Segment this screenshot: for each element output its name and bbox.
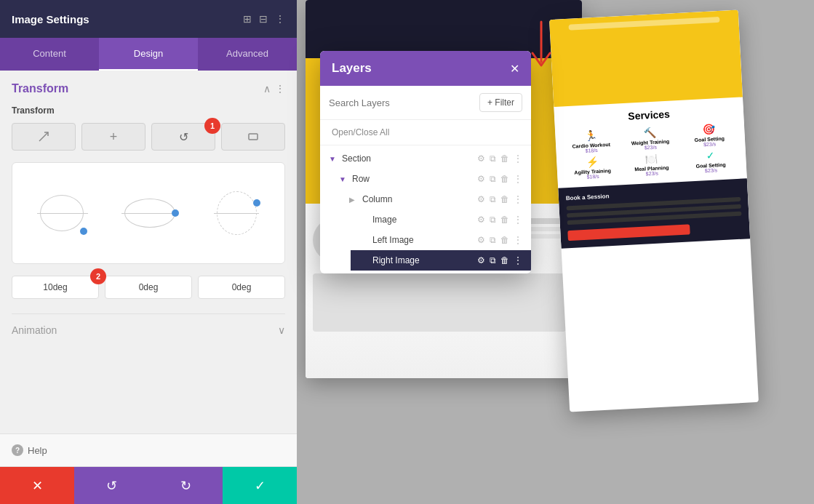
layer-actions-image: ⚙ ⧉ 🗑 ⋮ <box>477 215 522 225</box>
layer-trash-icon[interactable]: 🗑 <box>500 215 509 225</box>
layer-item-image[interactable]: ▶ Image ⚙ ⧉ 🗑 ⋮ <box>351 209 531 230</box>
degree-y-input[interactable] <box>105 276 192 299</box>
tab-advanced[interactable]: Advanced <box>198 38 297 71</box>
section-more-icon[interactable]: ⋮ <box>275 83 285 95</box>
frame-icon[interactable]: ⊞ <box>243 13 252 25</box>
layer-settings-icon[interactable]: ⚙ <box>477 153 485 164</box>
layer-name-column: Column <box>362 194 477 204</box>
undo-button[interactable]: ↺ <box>74 467 148 504</box>
layer-more-icon[interactable]: ⋮ <box>514 153 522 164</box>
layer-toggle-section[interactable]: ▼ <box>329 155 339 163</box>
layer-actions-row: ⚙ ⧉ 🗑 ⋮ <box>477 174 522 184</box>
layers-open-close-all[interactable]: Open/Close All <box>320 120 531 145</box>
undo-icon: ↺ <box>106 478 117 494</box>
panel-title: Image Settings <box>12 13 89 25</box>
help-link[interactable]: ? Help <box>0 433 297 466</box>
degree-x-input[interactable] <box>12 276 99 299</box>
layer-more-icon[interactable]: ⋮ <box>514 174 522 184</box>
columns-icon[interactable]: ⊟ <box>259 13 268 25</box>
layers-list: ▼ Section ⚙ ⧉ 🗑 ⋮ ▼ Row ⚙ ⧉ 🗑 ⋮ ▶ Column <box>320 145 531 273</box>
rotate-badge: 1 <box>204 118 220 134</box>
skew-btn[interactable] <box>221 123 285 151</box>
degree-badge: 2 <box>90 268 106 284</box>
layers-filter-button[interactable]: + Filter <box>479 93 522 112</box>
layer-name-left-image: Left Image <box>372 235 477 245</box>
translate-btn[interactable] <box>12 123 76 151</box>
layer-trash-icon[interactable]: 🗑 <box>500 174 509 184</box>
layer-name-row: Row <box>352 174 477 184</box>
layer-toggle-row[interactable]: ▼ <box>339 175 349 183</box>
layer-item-section[interactable]: ▼ Section ⚙ ⧉ 🗑 ⋮ <box>320 148 531 169</box>
degree-x-wrap: 2 <box>12 276 99 299</box>
scale-btn[interactable]: + <box>81 123 145 151</box>
layer-more-icon[interactable]: ⋮ <box>514 255 522 265</box>
collapse-icon[interactable]: ∧ <box>263 83 271 95</box>
layer-settings-icon[interactable]: ⚙ <box>477 235 485 245</box>
redo-button[interactable]: ↻ <box>148 467 223 504</box>
confirm-button[interactable]: ✓ <box>223 467 297 504</box>
layer-copy-icon[interactable]: ⧉ <box>490 174 496 184</box>
layer-trash-icon[interactable]: 🗑 <box>500 235 509 245</box>
degree-z-input[interactable] <box>198 276 285 299</box>
ellipse-dot <box>253 199 260 207</box>
degree-inputs: 2 <box>12 276 285 299</box>
layer-actions-right-image: ⚙ ⧉ 🗑 ⋮ <box>477 255 522 265</box>
layer-actions-column: ⚙ ⧉ 🗑 ⋮ <box>477 194 522 204</box>
panel-content: Transform ∧ ⋮ Transform + ↺ 1 <box>0 71 297 433</box>
ellipse-rotate <box>217 191 257 235</box>
animation-header: Animation ∨ <box>12 324 285 336</box>
animation-expand-icon[interactable]: ∨ <box>278 324 285 336</box>
ellipse-translate <box>40 195 84 231</box>
panel-header: Image Settings ⊞ ⊟ ⋮ <box>0 0 297 38</box>
layers-close-button[interactable]: ✕ <box>510 62 519 76</box>
layer-copy-icon[interactable]: ⧉ <box>490 215 496 225</box>
layer-more-icon[interactable]: ⋮ <box>514 194 522 204</box>
layer-trash-icon[interactable]: 🗑 <box>500 255 509 265</box>
layer-settings-icon[interactable]: ⚙ <box>477 194 485 204</box>
layer-settings-icon[interactable]: ⚙ <box>477 174 485 184</box>
animation-section: Animation ∨ <box>12 313 285 336</box>
settings-panel: Image Settings ⊞ ⊟ ⋮ Content Design Adva… <box>0 0 297 504</box>
transform-label: Transform <box>12 105 285 116</box>
panel-tabs: Content Design Advanced <box>0 38 297 71</box>
help-icon: ? <box>12 444 23 456</box>
layer-item-left-image[interactable]: ▶ Left Image ⚙ ⧉ 🗑 ⋮ <box>351 230 531 250</box>
tab-design[interactable]: Design <box>99 38 198 71</box>
layer-trash-icon[interactable]: 🗑 <box>500 153 509 164</box>
layer-copy-icon[interactable]: ⧉ <box>490 153 496 164</box>
layer-settings-icon[interactable]: ⚙ <box>477 215 485 225</box>
layer-toggle-column[interactable]: ▶ <box>349 196 359 204</box>
layer-name-right-image: Right Image <box>372 255 477 265</box>
cancel-icon: ✕ <box>32 478 43 494</box>
degree-y-wrap <box>105 276 192 299</box>
transform-visual <box>12 162 285 264</box>
tab-content[interactable]: Content <box>0 38 99 71</box>
more-icon[interactable]: ⋮ <box>275 13 285 25</box>
layer-item-row[interactable]: ▼ Row ⚙ ⧉ 🗑 ⋮ <box>330 169 531 189</box>
layer-more-icon[interactable]: ⋮ <box>514 215 522 225</box>
layer-item-right-image[interactable]: ▶ Right Image ⚙ ⧉ 🗑 ⋮ <box>351 250 531 271</box>
layer-actions-section: ⚙ ⧉ 🗑 ⋮ <box>477 153 522 164</box>
layer-copy-icon[interactable]: ⧉ <box>490 194 496 204</box>
layer-item-column[interactable]: ▶ Column ⚙ ⧉ 🗑 ⋮ <box>340 189 531 209</box>
help-label: Help <box>28 445 47 456</box>
layers-search-input[interactable] <box>329 97 474 108</box>
bottom-bar: ✕ ↺ ↻ ✓ <box>0 466 297 504</box>
transform-buttons: + ↺ 1 <box>12 123 285 151</box>
layers-search-bar: + Filter <box>320 86 531 120</box>
rotate-btn[interactable]: ↺ 1 <box>151 123 215 151</box>
layer-more-icon[interactable]: ⋮ <box>514 235 522 245</box>
panel-header-icons: ⊞ ⊟ ⋮ <box>243 13 285 25</box>
layer-settings-icon[interactable]: ⚙ <box>477 255 485 265</box>
layers-header: Layers ✕ <box>320 51 531 86</box>
layer-trash-icon[interactable]: 🗑 <box>500 194 509 204</box>
transform-section-title: Transform <box>12 82 68 95</box>
transform-section-header: Transform ∧ ⋮ <box>12 82 285 95</box>
layer-copy-icon[interactable]: ⧉ <box>490 255 496 265</box>
ellipse-dot <box>172 209 179 217</box>
layer-name-section: Section <box>342 153 477 164</box>
ellipse-scale <box>124 199 175 228</box>
layer-actions-left-image: ⚙ ⧉ 🗑 ⋮ <box>477 235 522 245</box>
layer-copy-icon[interactable]: ⧉ <box>490 235 496 245</box>
cancel-button[interactable]: ✕ <box>0 467 74 504</box>
